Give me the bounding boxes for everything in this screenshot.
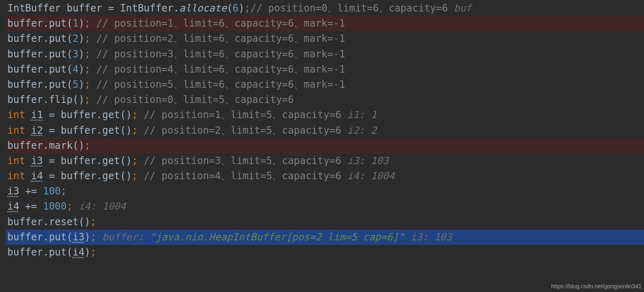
code-token-semi: ;	[67, 201, 73, 212]
code-line[interactable]: int i1 = buffer.get(); // position=1、lim…	[6, 107, 644, 123]
code-token-cmt: // position=2、limit=6、capacity=6、mark=-1	[90, 33, 345, 44]
code-token-method: put	[49, 79, 66, 90]
code-token-punct: (	[67, 18, 73, 29]
code-token-hint: i1: 1	[347, 109, 377, 121]
code-token-semi: ;	[132, 109, 137, 121]
code-token-punct: )	[84, 246, 90, 258]
code-token-var: i4	[73, 246, 84, 258]
code-token-punct: ()	[120, 155, 132, 167]
code-token-semi: ;	[84, 18, 90, 29]
code-token-semi: ;	[84, 140, 90, 151]
code-token-cmt: // position=0、limit=6、capacity=6	[250, 2, 454, 14]
code-token-punct: .	[43, 140, 49, 151]
code-line[interactable]: buffer.put(3); // position=3、limit=6、cap…	[6, 47, 644, 62]
code-line[interactable]: buffer.flip(); // position=0、limit=5、cap…	[6, 92, 644, 107]
code-line[interactable]: buffer.reset();	[6, 214, 644, 230]
code-token-punct: ()	[120, 125, 132, 136]
code-token-method: mark	[49, 140, 73, 151]
code-token-hint: i3: 103	[347, 155, 388, 167]
code-token-cmt: // position=3、limit=5、capacity=6	[138, 155, 347, 167]
code-token-punct: ()	[78, 216, 90, 228]
code-line[interactable]: buffer.mark();	[6, 138, 644, 153]
code-token-num: 1000	[43, 201, 67, 212]
code-token-punct: (	[67, 246, 73, 258]
code-editor[interactable]: IntBuffer buffer = IntBuffer.allocate(6)…	[0, 0, 644, 260]
code-token-ident: buffer	[7, 231, 43, 243]
code-token-ident: buffer	[7, 246, 43, 258]
code-token-var: i4	[31, 170, 43, 182]
code-token-ident: buffer	[7, 33, 43, 44]
code-token-ident: buffer	[7, 48, 43, 60]
code-line[interactable]: buffer.put(5); // position=5、limit=6、cap…	[6, 77, 644, 92]
code-token-kw: int	[7, 109, 31, 121]
code-token-ident: buffer	[61, 125, 96, 136]
code-line[interactable]: i4 += 1000; i4: 1004	[6, 199, 644, 214]
code-token-punct: (	[67, 64, 73, 75]
code-token-punct: .	[43, 18, 49, 29]
watermark: https://blog.csdn.net/gongsenlin341	[551, 282, 642, 291]
code-token-punct: .	[96, 125, 102, 136]
code-token-punct: =	[108, 2, 120, 14]
code-token-ident: buffer	[7, 94, 43, 105]
code-token-num: 3	[73, 48, 78, 60]
code-token-static: allocate	[179, 2, 227, 14]
code-token-punct: =	[43, 125, 61, 136]
code-token-semi: ;	[244, 2, 250, 14]
code-token-var: i3	[73, 231, 84, 243]
code-token-punct: .	[43, 79, 49, 90]
code-token-num: 5	[73, 79, 78, 90]
code-line[interactable]: int i3 = buffer.get(); // position=3、lim…	[6, 153, 644, 169]
code-token-punct: )	[78, 18, 84, 29]
code-token-ident: IntBuffer	[120, 2, 174, 14]
code-line[interactable]: buffer.put(i3); buffer: "java.nio.HeapIn…	[6, 230, 644, 245]
code-token-cmt: // position=1、limit=6、capacity=6、mark=-1	[90, 18, 345, 29]
code-token-punct: ()	[120, 109, 132, 121]
code-line[interactable]: buffer.put(1); // position=1、limit=6、cap…	[6, 16, 644, 31]
code-token-cmt: // position=4、limit=5、capacity=6	[138, 170, 347, 182]
code-token-hint: i3: 103	[404, 231, 452, 243]
code-token-punct: +=	[19, 185, 43, 197]
code-token-punct: .	[43, 216, 49, 228]
code-token-ident: buffer	[61, 155, 96, 167]
code-token-var: i2	[31, 125, 43, 136]
code-line[interactable]: i3 += 100;	[6, 184, 644, 199]
code-token-punct: .	[174, 2, 179, 14]
code-token-method: put	[49, 33, 66, 44]
code-token-semi: ;	[84, 79, 90, 90]
code-token-semi: ;	[84, 33, 90, 44]
code-token-punct: )	[239, 2, 244, 14]
code-line[interactable]: buffer.put(4); // position=4、limit=6、cap…	[6, 62, 644, 77]
code-token-semi: ;	[90, 216, 96, 228]
code-token-ident: buffer	[7, 216, 43, 228]
code-token-punct: +=	[19, 201, 43, 212]
code-line[interactable]: buffer.put(2); // position=2、limit=6、cap…	[6, 31, 644, 46]
code-token-ident: buffer	[7, 64, 43, 75]
code-token-cmt: // position=3、limit=6、capacity=6、mark=-1	[90, 48, 345, 60]
code-token-var: i3	[31, 155, 43, 167]
code-token-method: get	[102, 155, 120, 167]
code-token-hint: i2: 2	[347, 125, 377, 136]
code-token-kw: int	[7, 170, 31, 182]
code-token-ident: buffer	[7, 18, 43, 29]
code-token-num: 6	[233, 2, 238, 14]
code-token-semi: ;	[84, 64, 90, 75]
code-token-punct: =	[43, 109, 61, 121]
code-token-punct: )	[78, 79, 84, 90]
code-line[interactable]: int i2 = buffer.get(); // position=2、lim…	[6, 123, 644, 138]
code-token-punct: (	[227, 2, 233, 14]
code-token-method: get	[102, 170, 120, 182]
code-line[interactable]: buffer.put(i4);	[6, 245, 644, 260]
code-token-punct: )	[84, 231, 90, 243]
code-token-var: i4	[7, 201, 19, 212]
code-token-str: "java.nio.HeapIntBuffer[pos=2 lim=5 cap=…	[150, 231, 404, 243]
code-line[interactable]: int i4 = buffer.get(); // position=4、lim…	[6, 169, 644, 184]
code-token-punct: .	[43, 231, 49, 243]
code-token-method: put	[49, 64, 66, 75]
code-token-semi: ;	[90, 231, 96, 243]
code-token-punct: (	[67, 48, 73, 60]
code-token-cmt: // position=2、limit=5、capacity=6	[138, 125, 347, 136]
code-token-num: 100	[43, 185, 61, 197]
code-token-hint: i4: 1004	[73, 201, 126, 212]
code-line[interactable]: IntBuffer buffer = IntBuffer.allocate(6)…	[6, 1, 644, 16]
code-token-semi: ;	[61, 185, 66, 197]
